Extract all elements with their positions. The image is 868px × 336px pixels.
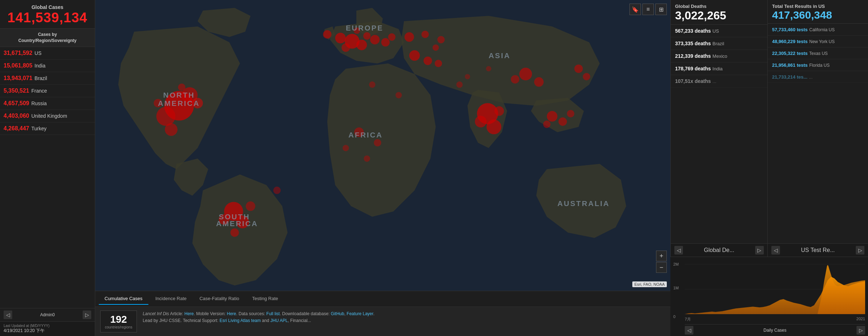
tests-list: 57,733,460 tests California US 48,960,22… (768, 24, 868, 243)
svg-point-40 (543, 121, 551, 128)
tests-region: ... (809, 75, 813, 80)
svg-point-9 (335, 33, 346, 43)
article-link[interactable]: Here (184, 311, 194, 316)
chart-x-labels: 7月 2021 (685, 316, 865, 323)
deaths-nav-prev[interactable]: ◁ (674, 246, 683, 255)
list-item[interactable]: 178,769 deaths India (671, 62, 767, 75)
esri-link[interactable]: Esri Living Atlas team (220, 318, 261, 323)
y-label-2m: 2M (673, 262, 679, 266)
country-cases: 4,657,509 (4, 100, 29, 107)
list-item[interactable]: 22,305,322 tests Texas US (768, 47, 868, 59)
feature-layer-link[interactable]: Feature Layer (347, 311, 373, 316)
tests-nav-next[interactable]: ▷ (856, 246, 864, 255)
svg-point-27 (475, 116, 486, 127)
chart-nav-prev[interactable]: ◁ (685, 326, 693, 335)
list-item[interactable]: 48,960,229 tests New York US (768, 36, 868, 47)
grid-button[interactable]: ⊞ (655, 4, 667, 15)
tab-incidence-rate[interactable]: Incidence Rate (150, 293, 193, 305)
list-item[interactable]: 4,268,447 Turkey (0, 122, 95, 135)
deaths-nav-next[interactable]: ▷ (755, 246, 764, 255)
svg-text:AFRICA: AFRICA (348, 131, 383, 139)
svg-point-12 (381, 38, 390, 47)
list-button[interactable]: ≡ (642, 4, 654, 15)
svg-point-37 (364, 155, 370, 162)
tests-region: California US (809, 27, 835, 32)
zoom-in-button[interactable]: + (656, 251, 667, 261)
left-panel: Global Cases 141,539,134 Cases byCountry… (0, 0, 95, 336)
last-updated-label: Last Updated at (M/D/YYYY) (4, 324, 91, 328)
svg-point-10 (356, 39, 367, 50)
country-name: US (34, 50, 41, 56)
github-link[interactable]: GitHub (331, 311, 344, 316)
svg-text:AUSTRALIA: AUSTRALIA (558, 199, 610, 207)
svg-point-48 (273, 187, 281, 194)
deaths-count: 178,769 deaths (675, 66, 711, 71)
list-item[interactable]: 57,733,460 tests California US (768, 24, 868, 36)
global-cases-label: Global Cases (4, 4, 91, 10)
deaths-label: Global Deaths (675, 4, 763, 9)
tests-nav-prev[interactable]: ◁ (771, 246, 780, 255)
list-item[interactable]: 4,403,060 United Kingdom (0, 110, 95, 122)
list-item[interactable]: 373,335 deaths Brazil (671, 37, 767, 50)
nav-next-button[interactable]: ▷ (83, 311, 91, 319)
svg-text:ASIA: ASIA (489, 51, 511, 60)
list-item[interactable]: 31,671,592 US (0, 47, 95, 60)
list-item[interactable]: 107,51x deaths ... (671, 75, 767, 88)
world-map: NORTH AMERICA SOUTH AMERICA EUROPE AFRIC… (95, 0, 670, 291)
svg-point-2 (156, 107, 175, 126)
list-item[interactable]: 21,733,214 tes... ... (768, 71, 868, 83)
svg-point-36 (343, 145, 349, 151)
list-item[interactable]: 567,233 deaths US (671, 25, 767, 37)
svg-point-51 (465, 74, 470, 79)
list-item[interactable]: 13,943,071 Brazil (0, 72, 95, 85)
right-panels: Global Deaths 3,022,265 567,233 deaths U… (670, 0, 868, 336)
list-item[interactable]: 21,956,861 tests Florida US (768, 59, 868, 71)
tests-nav-label: US Test Re... (801, 247, 835, 253)
list-item[interactable]: 15,061,805 India (0, 60, 95, 72)
tests-count: 21,733,214 tes... (772, 74, 807, 80)
tests-region: Texas US (809, 51, 827, 56)
svg-point-13 (342, 43, 350, 52)
tests-value: 417,360,348 (772, 9, 864, 21)
nav-prev-button[interactable]: ◁ (4, 311, 12, 319)
jhu-apl-link[interactable]: JHU APL (270, 318, 288, 323)
tab-cumulative-cases[interactable]: Cumulative Cases (99, 293, 148, 305)
right-panels-top: Global Deaths 3,022,265 567,233 deaths U… (670, 0, 868, 257)
country-cases: 13,943,071 (4, 75, 32, 81)
y-label-1m: 1M (673, 286, 679, 290)
svg-text:AMERICA: AMERICA (216, 219, 258, 228)
map-container[interactable]: NORTH AMERICA SOUTH AMERICA EUROPE AFRIC… (95, 0, 670, 291)
svg-point-49 (396, 92, 402, 98)
deaths-panel: Global Deaths 3,022,265 567,233 deaths U… (670, 0, 767, 257)
deaths-country: Brazil (712, 41, 724, 46)
full-list-link[interactable]: Full list (266, 311, 280, 316)
country-name: Turkey (31, 126, 46, 131)
svg-point-24 (435, 60, 442, 67)
country-cases: 4,403,060 (4, 113, 29, 119)
info-bar: 192 countries/regions Lancet Inf Dis Art… (95, 307, 670, 336)
svg-point-22 (409, 50, 420, 61)
list-item[interactable]: 212,339 deaths Mexico (671, 50, 767, 62)
list-item[interactable]: 5,350,521 France (0, 85, 95, 97)
tests-count: 48,960,229 tests (772, 39, 808, 44)
deaths-count: 373,335 deaths (675, 41, 711, 46)
deaths-country: US (712, 28, 719, 34)
map-attribution: Esri, FAO, NOAA (632, 281, 667, 287)
deaths-count: 107,51x deaths (675, 78, 711, 84)
svg-point-23 (424, 57, 432, 65)
deaths-country: ... (712, 79, 716, 84)
tab-case-fatality-ratio[interactable]: Case-Fatality Ratio (194, 293, 245, 305)
svg-point-14 (363, 32, 371, 40)
tests-count: 21,956,861 tests (772, 62, 808, 68)
mobile-link[interactable]: Here (227, 311, 236, 316)
tests-label: Total Test Results in US (772, 4, 864, 9)
bookmark-button[interactable]: 🔖 (629, 4, 641, 15)
svg-point-4 (165, 123, 177, 136)
zoom-out-button[interactable]: − (656, 262, 667, 273)
map-toolbar: 🔖 ≡ ⊞ (629, 4, 667, 15)
lancet-label: Lancet Inf Dis (143, 311, 169, 316)
list-item[interactable]: 4,657,509 Russia (0, 97, 95, 110)
info-text-block: Lancet Inf Dis Article: Here. Mobile Ver… (143, 311, 374, 324)
tab-testing-rate[interactable]: Testing Rate (246, 293, 284, 305)
chart-nav-next[interactable]: ▷ (857, 326, 865, 335)
